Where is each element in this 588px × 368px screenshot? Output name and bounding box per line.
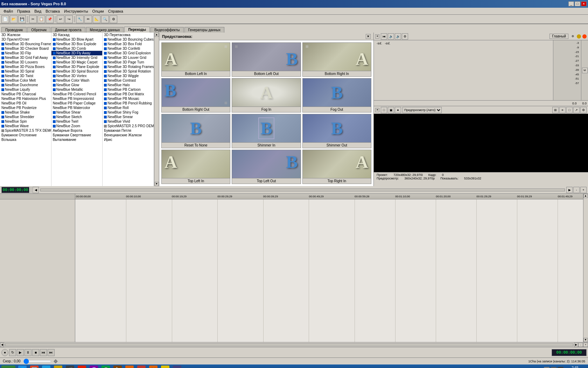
list-item[interactable]: NewBlue 3D Rotating Frames — [103, 64, 154, 69]
list-item[interactable]: NewBlue PB Charcoal — [0, 92, 51, 96]
tool5[interactable]: ⚙ — [110, 15, 117, 23]
taskbar-app-10[interactable]: 📁 — [124, 365, 135, 368]
list-item[interactable]: NewBlue 3D Page Turn — [103, 60, 154, 64]
tab-transitions[interactable]: Переходы — [124, 27, 149, 33]
list-item[interactable]: NewBlue 3D Box Explode — [51, 42, 103, 46]
list-item[interactable]: NewBlue 3D Checker Board — [0, 46, 51, 51]
mixer-tab-main[interactable]: Главный — [550, 34, 568, 39]
list-item[interactable]: Ирис — [103, 137, 154, 142]
mixer-close-btn[interactable]: ✕ — [375, 34, 379, 39]
list-item[interactable]: NewBlue PB Oil — [0, 101, 51, 105]
taskbar-app-7[interactable]: 💎 — [88, 365, 99, 368]
loop-btn[interactable]: ↻ — [9, 349, 16, 356]
taskbar-app-9[interactable]: 🔧 — [112, 365, 123, 368]
list-item[interactable]: SpiceMASTER 2.5 TFX DEMO — [0, 128, 51, 133]
pause-btn[interactable]: ⏸ — [24, 349, 31, 356]
list-item[interactable]: NewBlue 3D Comb — [51, 46, 103, 51]
preset-reset-none[interactable]: B Reset To None — [161, 114, 230, 148]
menu-help[interactable]: Справка — [106, 8, 125, 14]
maximize-button[interactable]: □ — [575, 1, 580, 6]
preview-btn2[interactable]: ▣ — [388, 107, 394, 113]
list-item[interactable]: NewBlue PB Watercolor — [51, 105, 103, 110]
tl-zoom-in[interactable]: + — [580, 187, 587, 193]
mixer-btn2[interactable]: 🔉 — [388, 33, 394, 40]
tab-media-manager[interactable]: Менеджер данных — [86, 27, 124, 33]
tool1[interactable]: 🔧 — [76, 15, 84, 23]
taskbar-app-5[interactable]: 🎵 — [64, 365, 76, 368]
list-item[interactable]: NewBlue 3D Twist — [0, 74, 51, 78]
list-item[interactable]: NewBlue 3D Grid Fall Away — [0, 55, 51, 60]
list-item[interactable]: NewBlue Duochrome — [0, 83, 51, 87]
list-item[interactable]: SpiceMASTER 2.5 PRO DEMO — [103, 124, 154, 128]
taskbar-app-13[interactable]: 📂 — [160, 365, 171, 368]
list-item[interactable]: NewBlue Shredder — [0, 115, 51, 119]
list-item[interactable]: NewBlue Shake — [0, 110, 51, 115]
preset-shimmer-in[interactable]: B Shimmer In — [232, 114, 301, 148]
preview-extra-btn3[interactable]: ⚙ — [580, 107, 587, 113]
list-item[interactable]: NewBlue 3D Grid Explosion — [103, 51, 154, 55]
list-item[interactable]: NewBlue 3D Louvers — [0, 60, 51, 64]
close-button[interactable]: ✕ — [581, 1, 587, 6]
list-item[interactable]: NewBlue PB Posterize — [0, 105, 51, 110]
preview-list-btn[interactable]: ≡ — [559, 107, 566, 113]
tl-zoom-minus[interactable]: - — [578, 343, 583, 347]
save-button[interactable]: 💾 — [18, 15, 26, 23]
list-item[interactable]: Амбарные Ворота — [51, 128, 103, 133]
timeline-scrollbar[interactable] — [40, 189, 565, 191]
list-item[interactable]: NewBlue Contrast — [103, 78, 154, 83]
preview-extra-btn2[interactable]: ↗ — [573, 107, 580, 113]
list-item[interactable]: NewBlue 3D Box Fold — [103, 42, 154, 46]
list-item[interactable]: 3D Перетасовка — [103, 33, 154, 37]
undo-button[interactable]: ↩ — [57, 15, 64, 23]
list-item[interactable]: NewBlue 3D Intensity Grid — [51, 55, 103, 60]
mixer-gear-icon[interactable]: ⚙ — [570, 34, 575, 39]
taskbar-app-1[interactable]: 🌐 — [17, 365, 28, 368]
list-item[interactable]: NewBlue Liquify — [0, 87, 51, 92]
stop-btn[interactable]: ■ — [32, 349, 39, 356]
tl-scroll-down[interactable]: ▼ — [583, 338, 588, 342]
new-button[interactable]: 📄 — [1, 15, 9, 23]
play-btn[interactable]: ▶ — [17, 349, 24, 356]
list-item[interactable]: NewBlue 3D Louver Grid — [103, 55, 154, 60]
menu-file[interactable]: Файл — [1, 8, 15, 14]
start-button[interactable]: ⊞ — [1, 366, 15, 368]
tab-video-effects[interactable]: Видеоэффекты — [150, 27, 184, 33]
minimize-button[interactable]: _ — [568, 1, 574, 6]
tool3[interactable]: 📐 — [93, 15, 100, 23]
rec-btn[interactable]: ● — [1, 349, 8, 356]
preset-shimmer-out[interactable]: B Shimmer Out — [302, 114, 371, 148]
list-item[interactable]: NewBlue PB Cartoon — [103, 87, 154, 92]
tl-scroll-right[interactable]: ▶ — [574, 343, 578, 347]
taskbar-app-3[interactable]: S — [41, 365, 52, 368]
redo-button[interactable]: ↪ — [65, 15, 73, 23]
list-item[interactable]: NewBlue Sketch — [51, 115, 103, 119]
tab-generators[interactable]: Генераторы данных — [184, 27, 224, 33]
taskbar-app-2[interactable]: 🔢 — [29, 365, 40, 368]
menu-options[interactable]: Опции — [90, 8, 106, 14]
list-item[interactable]: NewBlue Roll — [103, 105, 154, 110]
menu-edit[interactable]: Правка — [15, 8, 32, 14]
tl-zoom-plus[interactable]: + — [583, 343, 588, 347]
list-item[interactable]: NewBlue PB Dot Matrix — [103, 92, 154, 96]
tl-btn-scroll[interactable]: ◀ — [33, 187, 39, 193]
list-item[interactable]: NewBlue 3D Bouncing Frames — [0, 42, 51, 46]
timeline-hscrollbar[interactable]: ◀ ▶ - + — [0, 342, 588, 347]
tl-scroll-up[interactable]: ▲ — [583, 194, 588, 198]
list-item[interactable]: NewBlue PB Halovision Plus — [0, 96, 51, 101]
preset-fog-in[interactable]: A Fog In — [232, 78, 301, 113]
list-item[interactable]: NewBlue Smear — [103, 115, 154, 119]
list-item[interactable]: NewBlue Wave — [0, 124, 51, 128]
menu-insert[interactable]: Вставка — [43, 8, 62, 14]
list-item[interactable]: NewBlue Color Wash — [51, 78, 103, 83]
taskbar-app-6[interactable]: ▶ — [76, 365, 88, 368]
list-item[interactable]: NewBlue PB Pencil Rubbing — [103, 101, 154, 105]
tl-zoom-out[interactable]: - — [573, 187, 580, 193]
mixer-btn1[interactable]: ⏮ — [381, 33, 387, 40]
paste-button[interactable]: 📌 — [46, 15, 54, 23]
list-item[interactable]: NewBlue Shear — [51, 110, 103, 115]
taskbar-app-4[interactable]: A — [52, 365, 64, 368]
list-item[interactable]: 3D Прилет/Отлет — [0, 37, 51, 42]
prev-btn[interactable]: ⏮ — [40, 349, 47, 356]
preset-top-left-in[interactable]: A Top Left In — [161, 150, 230, 184]
mixer-btn3[interactable]: 🔊 — [395, 33, 401, 40]
